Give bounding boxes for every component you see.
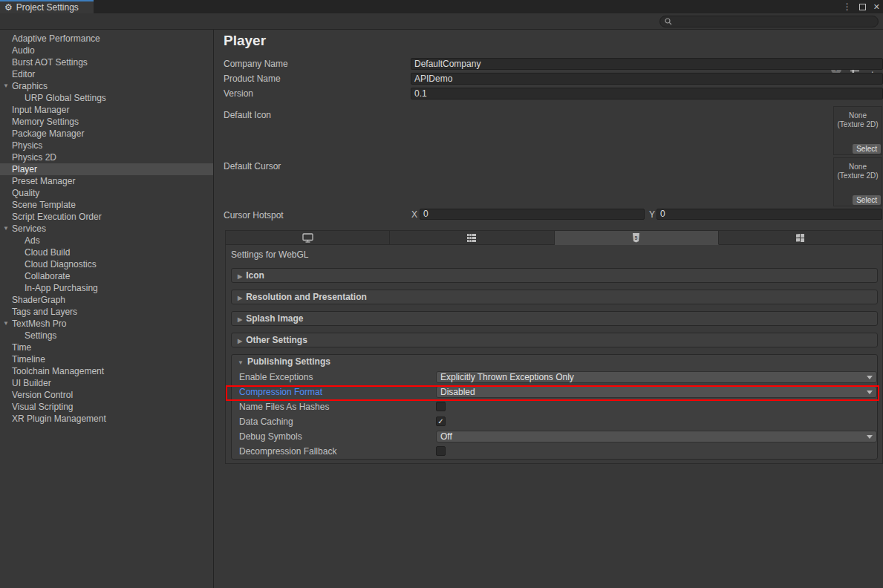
search-box[interactable] bbox=[659, 16, 879, 27]
sidebar-item-services[interactable]: ▼Services bbox=[0, 223, 213, 235]
hotspot-y-label: Y bbox=[649, 209, 655, 220]
svg-text:5: 5 bbox=[635, 235, 638, 241]
sidebar-item-xr-plugin-management[interactable]: XR Plugin Management bbox=[0, 413, 213, 425]
sidebar-item-version-control[interactable]: Version Control bbox=[0, 389, 213, 401]
sidebar-item-label: Burst AOT Settings bbox=[12, 57, 88, 68]
sidebar-item-label: Services bbox=[12, 223, 46, 234]
dropdown-value: Off bbox=[440, 431, 452, 442]
window-menu-icon[interactable]: ⋮ bbox=[843, 1, 852, 12]
select-button[interactable]: Select bbox=[853, 195, 881, 205]
tab-standalone[interactable] bbox=[225, 230, 390, 245]
setting-row-data-caching: Data Caching✓ bbox=[232, 414, 877, 429]
data-caching-checkbox[interactable]: ✓ bbox=[436, 416, 446, 426]
close-icon[interactable]: ✕ bbox=[873, 2, 880, 12]
sidebar-item-graphics[interactable]: ▼Graphics bbox=[0, 80, 213, 92]
sidebar-item-in-app-purchasing[interactable]: In-App Purchasing bbox=[0, 282, 213, 294]
sidebar-item-preset-manager[interactable]: Preset Manager bbox=[0, 175, 213, 187]
sidebar-item-burst-aot-settings[interactable]: Burst AOT Settings bbox=[0, 56, 213, 68]
webgl-icon: 5 bbox=[632, 232, 640, 243]
sidebar-item-memory-settings[interactable]: Memory Settings bbox=[0, 116, 213, 128]
sidebar-item-label: Player bbox=[12, 164, 37, 174]
section-publishing-settings[interactable]: ▼Publishing SettingsEnable ExceptionsExp… bbox=[231, 354, 878, 460]
sidebar-item-label: Cloud Build bbox=[25, 247, 70, 258]
sidebar-item-physics[interactable]: Physics bbox=[0, 140, 213, 151]
sidebar-item-textmesh-pro[interactable]: ▼TextMesh Pro bbox=[0, 318, 213, 330]
sidebar-item-scene-template[interactable]: Scene Template bbox=[0, 199, 213, 211]
window-title: Project Settings bbox=[16, 2, 79, 13]
section-resolution-and-presentation[interactable]: ▶Resolution and Presentation bbox=[231, 290, 878, 304]
sidebar-item-label: Timeline bbox=[12, 354, 45, 365]
tab-windows-store[interactable] bbox=[719, 230, 883, 245]
sidebar-item-label: Adaptive Performance bbox=[12, 33, 100, 44]
sidebar-item-adaptive-performance[interactable]: Adaptive Performance bbox=[0, 33, 213, 45]
default-cursor-texture-well[interactable]: None (Texture 2D) Select bbox=[833, 157, 882, 206]
section-splash-image[interactable]: ▶Splash Image bbox=[231, 311, 878, 326]
sidebar-item-script-execution-order[interactable]: Script Execution Order bbox=[0, 211, 213, 223]
search-input[interactable] bbox=[675, 17, 861, 26]
sidebar-item-settings[interactable]: Settings bbox=[0, 330, 213, 342]
foldout-triangle-icon[interactable]: ▶ bbox=[238, 316, 242, 323]
default-icon-label: Default Icon bbox=[224, 109, 271, 121]
setting-row-name-files-as-hashes: Name Files As Hashes bbox=[232, 399, 877, 414]
tab-dedicated-server[interactable] bbox=[390, 230, 554, 245]
company-name-field[interactable]: DefaultCompany bbox=[411, 58, 883, 70]
maximize-icon[interactable] bbox=[859, 4, 866, 10]
foldout-triangle-icon[interactable]: ▶ bbox=[238, 273, 242, 280]
foldout-triangle-icon[interactable]: ▼ bbox=[3, 223, 9, 235]
setting-label: Name Files As Hashes bbox=[239, 399, 329, 414]
sidebar-item-shadergraph[interactable]: ShaderGraph bbox=[0, 294, 213, 306]
windows-store-icon bbox=[795, 233, 805, 243]
default-icon-texture-well[interactable]: None (Texture 2D) Select bbox=[833, 106, 882, 155]
tab-webgl[interactable]: 5 bbox=[555, 230, 719, 245]
enable-exceptions-dropdown[interactable]: Explicitly Thrown Exceptions Only bbox=[436, 371, 877, 383]
sidebar-item-toolchain-management[interactable]: Toolchain Management bbox=[0, 365, 213, 377]
search-icon bbox=[665, 18, 672, 25]
sidebar-item-label: Input Manager bbox=[12, 105, 69, 115]
product-name-field[interactable]: APIDemo bbox=[411, 73, 883, 85]
sidebar-item-tags-and-layers[interactable]: Tags and Layers bbox=[0, 306, 213, 318]
section-other-settings[interactable]: ▶Other Settings bbox=[231, 333, 878, 347]
sidebar-item-cloud-diagnostics[interactable]: Cloud Diagnostics bbox=[0, 258, 213, 270]
sidebar-item-visual-scripting[interactable]: Visual Scripting bbox=[0, 401, 213, 413]
sidebar-item-label: Physics bbox=[12, 140, 42, 151]
platform-tab-bar: 5 bbox=[225, 230, 883, 245]
section-icon[interactable]: ▶Icon bbox=[231, 268, 878, 283]
sidebar-item-label: Preset Manager bbox=[12, 176, 75, 186]
sidebar-item-urp-global-settings[interactable]: URP Global Settings bbox=[0, 92, 213, 104]
sidebar-item-quality[interactable]: Quality bbox=[0, 187, 213, 199]
sidebar-item-label: Graphics bbox=[12, 81, 48, 91]
sidebar-item-package-manager[interactable]: Package Manager bbox=[0, 128, 213, 140]
sidebar-item-player[interactable]: Player bbox=[0, 163, 213, 175]
foldout-triangle-icon[interactable]: ▼ bbox=[238, 359, 244, 366]
debug-symbols-dropdown[interactable]: Off bbox=[436, 431, 877, 442]
sidebar-item-collaborate[interactable]: Collaborate bbox=[0, 270, 213, 282]
sidebar-item-time[interactable]: Time bbox=[0, 342, 213, 353]
compression-format-dropdown[interactable]: Disabled bbox=[436, 386, 877, 398]
sidebar-item-ads[interactable]: Ads bbox=[0, 235, 213, 246]
select-button[interactable]: Select bbox=[853, 144, 881, 154]
sidebar-item-input-manager[interactable]: Input Manager bbox=[0, 104, 213, 116]
sidebar-item-editor[interactable]: Editor bbox=[0, 68, 213, 80]
sidebar-item-label: Script Execution Order bbox=[12, 212, 102, 222]
project-settings-tab[interactable]: ⚙ Project Settings bbox=[0, 0, 94, 13]
decompression-fallback-checkbox[interactable] bbox=[436, 446, 446, 456]
foldout-triangle-icon[interactable]: ▶ bbox=[238, 295, 242, 301]
hotspot-x-field[interactable]: 0 bbox=[420, 209, 645, 220]
section-title: Resolution and Presentation bbox=[246, 292, 367, 302]
foldout-triangle-icon[interactable]: ▶ bbox=[238, 338, 242, 344]
version-field[interactable]: 0.1 bbox=[411, 88, 883, 99]
sidebar-item-audio[interactable]: Audio bbox=[0, 45, 213, 56]
sidebar-item-label: UI Builder bbox=[12, 378, 51, 388]
foldout-triangle-icon[interactable]: ▼ bbox=[3, 318, 9, 330]
hotspot-y-field[interactable]: 0 bbox=[656, 209, 882, 220]
sidebar-item-label: Memory Settings bbox=[12, 117, 79, 127]
sidebar-item-cloud-build[interactable]: Cloud Build bbox=[0, 246, 213, 258]
name-files-as-hashes-checkbox[interactable] bbox=[436, 402, 446, 411]
sidebar-item-ui-builder[interactable]: UI Builder bbox=[0, 377, 213, 389]
foldout-triangle-icon[interactable]: ▼ bbox=[3, 80, 9, 92]
sidebar-item-physics-2d[interactable]: Physics 2D bbox=[0, 151, 213, 163]
sidebar-item-label: ShaderGraph bbox=[12, 295, 65, 305]
dropdown-value: Explicitly Thrown Exceptions Only bbox=[440, 372, 574, 382]
sidebar-item-timeline[interactable]: Timeline bbox=[0, 353, 213, 365]
sidebar-item-label: URP Global Settings bbox=[25, 93, 106, 103]
